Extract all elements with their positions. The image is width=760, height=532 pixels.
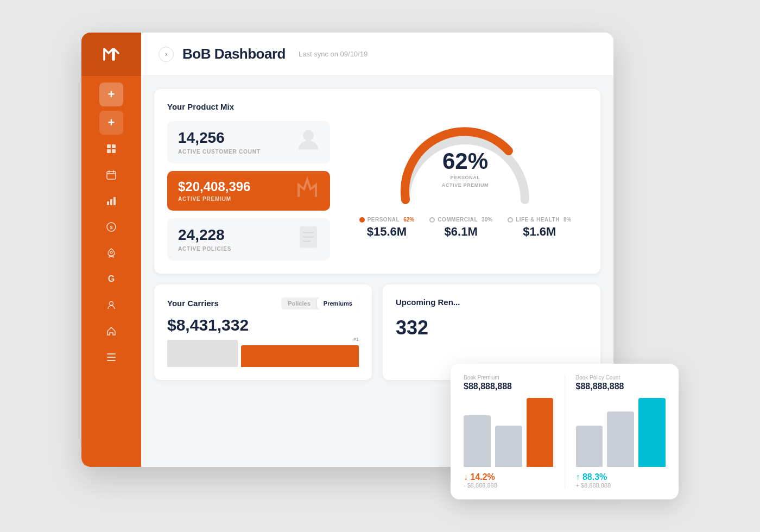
carriers-value: $8,431,332 [167, 316, 359, 334]
upcoming-value: 332 [396, 316, 587, 339]
policy-bar-3 [638, 398, 666, 467]
carrier-bar-1 [167, 340, 238, 367]
header: › BoB Dashboard Last sync on 09/10/19 [141, 33, 613, 76]
svg-rect-16 [107, 357, 116, 358]
sidebar: + + [81, 33, 141, 467]
legend-commercial: COMMERCIAL 30% $6.1M [429, 217, 492, 239]
svg-rect-2 [107, 149, 111, 153]
svg-rect-4 [107, 172, 116, 179]
grid-icon [106, 143, 117, 154]
premium-bar-1 [464, 415, 491, 467]
svg-rect-1 [112, 144, 116, 148]
customer-icon [295, 126, 321, 157]
gauge-percent-value: 62% [442, 150, 489, 173]
nav-contacts[interactable] [99, 293, 123, 317]
svg-point-18 [303, 130, 314, 141]
svg-text:$: $ [110, 225, 112, 230]
nav-menu[interactable] [99, 345, 123, 369]
gauge-label2: ACTIVE PREMIUM [442, 182, 489, 188]
premium-bar-3 [527, 398, 554, 467]
product-mix-card: Your Product Mix 14,256 ACTIVE CUSTOMER … [154, 89, 600, 274]
gauge-chart: 62% PERSONAL ACTIVE PREMIUM [389, 121, 541, 208]
gauge-label1: PERSONAL [442, 175, 489, 180]
svg-rect-3 [112, 149, 116, 153]
premium-icon [293, 174, 321, 207]
sync-text: Last sync on 09/10/19 [299, 50, 368, 58]
menu-icon [106, 352, 117, 363]
book-premium-chart [464, 398, 554, 467]
book-premium-amount: - $8,888,888 [464, 482, 554, 489]
svg-rect-8 [107, 201, 109, 205]
carriers-title: Your Carriers [167, 299, 219, 308]
svg-point-13 [110, 251, 112, 254]
book-premium-panel: Book Premium $88,888,888 ↓ 14.2% - $8,88… [464, 375, 554, 489]
nav-google[interactable]: G [99, 267, 123, 291]
floating-analytics-card: Book Premium $88,888,888 ↓ 14.2% - $8,88… [451, 364, 679, 499]
book-policy-panel: Book Policy Count $88,888,888 ↑ 88.3% + … [576, 375, 666, 489]
nav-calendar[interactable] [99, 163, 123, 187]
legend-row: PERSONAL 62% $15.6M COMMERCIAL [359, 217, 572, 239]
carriers-toggle: Policies Premiums [281, 297, 359, 309]
active-premium-box: $20,408,396 ACTIVE PREMIUM [167, 171, 330, 211]
nav-home[interactable] [99, 319, 123, 343]
calendar-icon [106, 169, 117, 180]
gauge-section: 62% PERSONAL ACTIVE PREMIUM [343, 121, 587, 261]
nav-rocket[interactable] [99, 241, 123, 265]
product-mix-stats: 14,256 ACTIVE CUSTOMER COUNT [167, 121, 330, 261]
sidebar-nav: + + [99, 76, 123, 467]
svg-rect-15 [107, 353, 116, 354]
nav-finance[interactable]: $ [99, 215, 123, 239]
active-customer-box: 14,256 ACTIVE CUSTOMER COUNT [167, 121, 330, 163]
finance-icon: $ [106, 221, 117, 232]
book-premium-value: $88,888,888 [464, 382, 554, 391]
book-policy-change: ↑ 88.3% [576, 472, 666, 482]
svg-rect-10 [113, 197, 116, 205]
commercial-dot [429, 217, 435, 223]
book-premium-change: ↓ 14.2% [464, 472, 554, 482]
policies-icon [295, 224, 321, 255]
nav-grid[interactable] [99, 137, 123, 161]
svg-rect-0 [107, 144, 111, 148]
nav-add-secondary[interactable]: + [99, 111, 123, 135]
nav-add-primary[interactable]: + [99, 83, 123, 106]
book-premium-label: Book Premium [464, 375, 554, 381]
rocket-icon [106, 248, 117, 258]
home-icon [106, 326, 117, 337]
gauge-center: 62% PERSONAL ACTIVE PREMIUM [442, 150, 489, 188]
bar-chart-icon [106, 195, 117, 206]
product-mix-title: Your Product Mix [167, 102, 587, 111]
policy-bar-1 [576, 426, 603, 467]
personal-value: $15.6M [367, 225, 407, 239]
svg-rect-17 [107, 360, 116, 361]
active-policies-box: 24,228 ACTIVE POLICIES [167, 218, 330, 261]
carriers-header: Your Carriers Policies Premiums [167, 297, 359, 309]
book-policy-value: $88,888,888 [576, 382, 666, 391]
legend-life-health: LIFE & HEALTH 8% $1.6M [508, 217, 571, 239]
legend-personal: PERSONAL 62% $15.6M [359, 217, 415, 239]
commercial-value: $6.1M [445, 225, 478, 239]
analytics-divider [565, 375, 565, 489]
expand-button[interactable]: › [159, 47, 174, 62]
book-policy-label: Book Policy Count [576, 375, 666, 381]
toggle-premiums[interactable]: Premiums [317, 297, 359, 309]
nav-charts[interactable] [99, 189, 123, 213]
life-health-dot [508, 217, 513, 223]
contacts-icon [106, 300, 117, 311]
book-policy-chart [576, 398, 666, 467]
book-policy-amount: + $8,888,888 [576, 482, 666, 489]
carriers-card: Your Carriers Policies Premiums $8,431,3… [154, 284, 372, 380]
premium-bar-2 [495, 426, 522, 467]
upcoming-title: Upcoming Ren... [396, 297, 587, 307]
product-mix-body: 14,256 ACTIVE CUSTOMER COUNT [167, 121, 587, 261]
sidebar-logo [81, 33, 141, 76]
toggle-policies[interactable]: Policies [281, 297, 317, 309]
page-title: BoB Dashboard [182, 46, 286, 62]
app-logo [100, 46, 123, 63]
svg-rect-9 [110, 199, 112, 205]
personal-dot [359, 217, 365, 223]
policy-bar-2 [607, 411, 634, 467]
life-health-value: $1.6M [523, 225, 556, 239]
svg-point-14 [110, 302, 113, 306]
carrier-bar-2: #1 [241, 345, 359, 367]
